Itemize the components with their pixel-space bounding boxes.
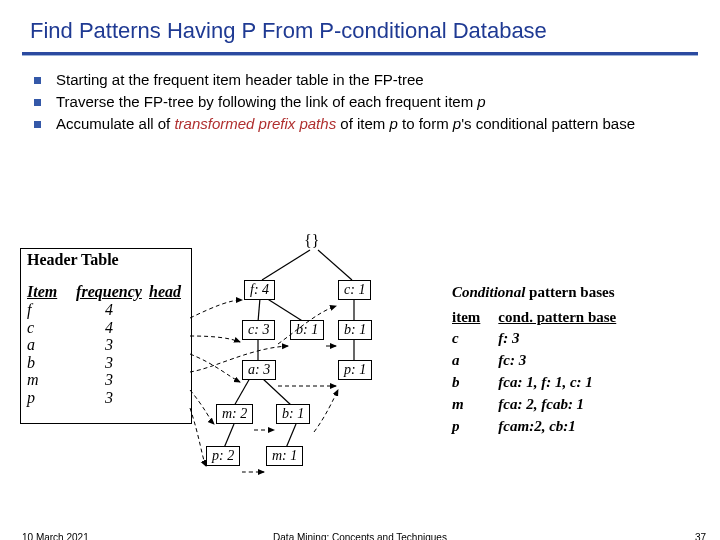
footer-date: 10 March 2021 xyxy=(22,532,89,540)
cell: c xyxy=(27,319,69,337)
svg-line-0 xyxy=(262,250,310,280)
tree-node-m1: m: 1 xyxy=(266,446,303,466)
bullet-item: Traverse the FP-tree by following the li… xyxy=(56,93,692,112)
bullet-text: Accumulate all of xyxy=(56,115,174,132)
cond-table: item cond. pattern base cf: 3 afc: 3 bfc… xyxy=(452,309,634,440)
svg-line-1 xyxy=(318,250,352,280)
cell: c xyxy=(452,330,498,352)
header-table-box: Header Table Item frequency head f4 c4 a… xyxy=(20,248,192,424)
bullet-text: Traverse the FP-tree by following the li… xyxy=(56,93,477,110)
tree-node-f4: f: 4 xyxy=(244,280,275,300)
cond-title-rest: pattern bases xyxy=(525,284,614,300)
cell: b xyxy=(452,374,498,396)
table-row: mfca: 2, fcab: 1 xyxy=(452,396,634,418)
cell: 3 xyxy=(69,371,149,389)
col-item: Item xyxy=(27,283,69,301)
cell: fcam:2, cb:1 xyxy=(498,418,634,440)
table-row: a3 xyxy=(27,336,185,354)
bullet-text: Starting at the frequent item header tab… xyxy=(56,71,424,88)
cond-title-bold: Conditional xyxy=(452,284,525,300)
cell: p xyxy=(27,389,69,407)
tree-node-m2: m: 2 xyxy=(216,404,253,424)
table-row: pfcam:2, cb:1 xyxy=(452,418,634,440)
cell: 3 xyxy=(69,354,149,372)
tree-node-b1c: b: 1 xyxy=(276,404,310,424)
bullet-emph: p xyxy=(453,115,461,132)
cond-title: Conditional pattern bases xyxy=(452,284,702,301)
svg-line-3 xyxy=(266,298,304,322)
table-row: cf: 3 xyxy=(452,330,634,352)
bullet-text: of item xyxy=(336,115,389,132)
cell: 4 xyxy=(69,301,149,319)
cell: m xyxy=(27,371,69,389)
table-row: bfca: 1, f: 1, c: 1 xyxy=(452,374,634,396)
cell: 3 xyxy=(69,336,149,354)
svg-line-9 xyxy=(224,424,234,448)
svg-line-7 xyxy=(234,378,250,406)
cell: b xyxy=(27,354,69,372)
bullet-item: Accumulate all of transformed prefix pat… xyxy=(56,115,692,134)
footer-title: Data Mining: Concepts and Techniques xyxy=(273,532,447,540)
header-table-columns: Item frequency head xyxy=(27,283,185,301)
tree-node-a3: a: 3 xyxy=(242,360,276,380)
cell: a xyxy=(27,336,69,354)
bullet-emph: p xyxy=(390,115,398,132)
cell: fca: 1, f: 1, c: 1 xyxy=(498,374,634,396)
title-underline xyxy=(22,52,698,55)
svg-line-8 xyxy=(262,378,292,406)
tree-node-b1b: b: 1 xyxy=(338,320,372,340)
table-row: afc: 3 xyxy=(452,352,634,374)
cell: 4 xyxy=(69,319,149,337)
cell: f xyxy=(27,301,69,319)
table-row: p3 xyxy=(27,389,185,407)
tree-node-b1a: b: 1 xyxy=(290,320,324,340)
tree-node-p1: p: 1 xyxy=(338,360,372,380)
cell: fc: 3 xyxy=(498,352,634,374)
conditional-pattern-bases: Conditional pattern bases item cond. pat… xyxy=(452,284,702,440)
table-row: b3 xyxy=(27,354,185,372)
bullet-list: Starting at the frequent item header tab… xyxy=(56,71,692,133)
cell: fca: 2, fcab: 1 xyxy=(498,396,634,418)
tree-node-c3: c: 3 xyxy=(242,320,275,340)
svg-line-2 xyxy=(258,298,260,322)
tree-node-c1: c: 1 xyxy=(338,280,371,300)
col-frequency: frequency xyxy=(69,283,149,301)
bullet-emph: p xyxy=(477,93,485,110)
bullet-item: Starting at the frequent item header tab… xyxy=(56,71,692,90)
bullet-text: 's conditional pattern base xyxy=(461,115,635,132)
header-table-title: Header Table xyxy=(27,251,185,269)
tree-root: {} xyxy=(304,232,319,250)
table-row: m3 xyxy=(27,371,185,389)
tree-node-p2: p: 2 xyxy=(206,446,240,466)
col-head: head xyxy=(149,283,181,301)
cell: p xyxy=(452,418,498,440)
cond-col-item: item xyxy=(452,309,498,330)
slide-number: 37 xyxy=(695,532,706,540)
cell: m xyxy=(452,396,498,418)
table-row: f4 xyxy=(27,301,185,319)
cell: 3 xyxy=(69,389,149,407)
svg-line-10 xyxy=(286,424,296,448)
fp-tree: {} f: 4 c: 1 c: 3 b: 1 b: 1 a: 3 p: 1 m:… xyxy=(200,232,440,492)
bullet-text: to form xyxy=(398,115,453,132)
cond-col-base: cond. pattern base xyxy=(498,309,634,330)
cell: f: 3 xyxy=(498,330,634,352)
table-row: c4 xyxy=(27,319,185,337)
slide-title: Find Patterns Having P From P-conditiona… xyxy=(0,0,720,52)
cell: a xyxy=(452,352,498,374)
bullet-emph-red: transformed prefix paths xyxy=(174,115,336,132)
